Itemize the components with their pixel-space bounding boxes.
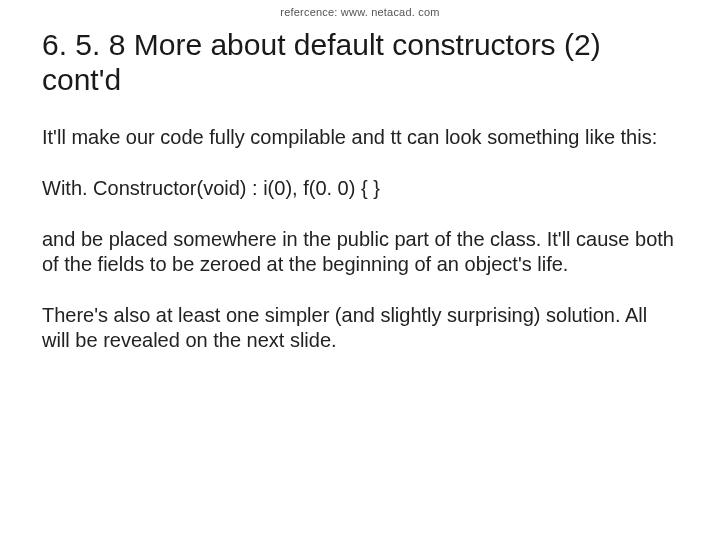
reference-text: refercence: www. netacad. com [42, 0, 678, 28]
slide: refercence: www. netacad. com 6. 5. 8 Mo… [0, 0, 720, 540]
paragraph-explain: and be placed somewhere in the public pa… [42, 227, 678, 277]
paragraph-code: With. Constructor(void) : i(0), f(0. 0) … [42, 176, 678, 201]
slide-body: It'll make our code fully compilable and… [42, 125, 678, 353]
paragraph-teaser: There's also at least one simpler (and s… [42, 303, 678, 353]
slide-title: 6. 5. 8 More about default constructors … [42, 28, 678, 97]
paragraph-intro: It'll make our code fully compilable and… [42, 125, 678, 150]
